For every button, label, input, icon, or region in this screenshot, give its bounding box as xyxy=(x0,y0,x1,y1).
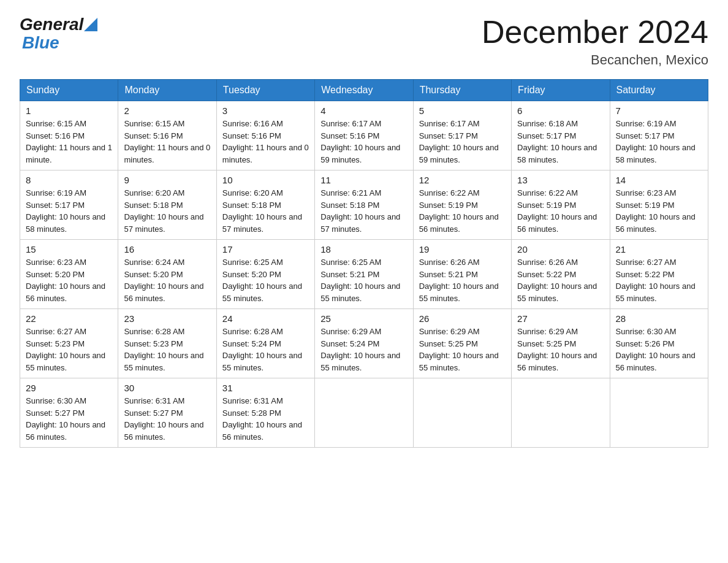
header-thursday: Thursday xyxy=(413,80,511,101)
table-row: 14 Sunrise: 6:23 AM Sunset: 5:19 PM Dayl… xyxy=(610,170,708,240)
table-row: 30 Sunrise: 6:31 AM Sunset: 5:27 PM Dayl… xyxy=(118,378,216,448)
calendar-week-4: 22 Sunrise: 6:27 AM Sunset: 5:23 PM Dayl… xyxy=(20,309,708,378)
day-number: 13 xyxy=(517,175,604,185)
day-info: Sunrise: 6:17 AM Sunset: 5:16 PM Dayligh… xyxy=(320,118,407,166)
table-row: 6 Sunrise: 6:18 AM Sunset: 5:17 PM Dayli… xyxy=(512,101,610,170)
day-info: Sunrise: 6:15 AM Sunset: 5:16 PM Dayligh… xyxy=(124,118,210,166)
day-number: 30 xyxy=(124,383,210,393)
table-row xyxy=(512,378,610,448)
table-row: 7 Sunrise: 6:19 AM Sunset: 5:17 PM Dayli… xyxy=(610,101,708,170)
day-info: Sunrise: 6:19 AM Sunset: 5:17 PM Dayligh… xyxy=(26,187,112,235)
calendar-title: December 2024 xyxy=(482,15,708,50)
day-number: 17 xyxy=(222,244,309,255)
calendar-header-row: Sunday Monday Tuesday Wednesday Thursday… xyxy=(20,80,708,101)
page-header: General Blue December 2024 Becanchen, Me… xyxy=(20,15,708,68)
day-number: 18 xyxy=(320,244,407,255)
day-number: 14 xyxy=(616,175,702,185)
day-number: 20 xyxy=(517,244,604,255)
day-info: Sunrise: 6:20 AM Sunset: 5:18 PM Dayligh… xyxy=(124,187,210,235)
table-row: 1 Sunrise: 6:15 AM Sunset: 5:16 PM Dayli… xyxy=(20,101,118,170)
logo-triangle-icon xyxy=(84,18,97,31)
day-number: 31 xyxy=(222,383,309,393)
day-info: Sunrise: 6:30 AM Sunset: 5:26 PM Dayligh… xyxy=(616,326,702,373)
logo-general-text: General xyxy=(20,15,83,34)
day-number: 19 xyxy=(419,244,506,255)
day-number: 11 xyxy=(320,175,407,185)
table-row: 24 Sunrise: 6:28 AM Sunset: 5:24 PM Dayl… xyxy=(216,309,314,378)
day-number: 12 xyxy=(419,175,506,185)
calendar-week-5: 29 Sunrise: 6:30 AM Sunset: 5:27 PM Dayl… xyxy=(20,378,708,448)
header-saturday: Saturday xyxy=(610,80,708,101)
day-number: 9 xyxy=(124,175,210,185)
day-number: 26 xyxy=(419,313,506,324)
day-number: 4 xyxy=(320,105,407,116)
day-info: Sunrise: 6:29 AM Sunset: 5:25 PM Dayligh… xyxy=(517,326,604,373)
table-row: 2 Sunrise: 6:15 AM Sunset: 5:16 PM Dayli… xyxy=(118,101,216,170)
day-info: Sunrise: 6:31 AM Sunset: 5:27 PM Dayligh… xyxy=(124,395,210,443)
day-number: 23 xyxy=(124,313,210,324)
header-sunday: Sunday xyxy=(20,80,118,101)
day-number: 21 xyxy=(616,244,702,255)
day-info: Sunrise: 6:23 AM Sunset: 5:20 PM Dayligh… xyxy=(26,256,112,304)
day-number: 29 xyxy=(26,383,112,393)
day-info: Sunrise: 6:23 AM Sunset: 5:19 PM Dayligh… xyxy=(616,187,702,235)
day-info: Sunrise: 6:26 AM Sunset: 5:22 PM Dayligh… xyxy=(517,256,604,304)
calendar-week-2: 8 Sunrise: 6:19 AM Sunset: 5:17 PM Dayli… xyxy=(20,170,708,240)
day-info: Sunrise: 6:27 AM Sunset: 5:22 PM Dayligh… xyxy=(616,256,702,304)
table-row: 18 Sunrise: 6:25 AM Sunset: 5:21 PM Dayl… xyxy=(315,240,413,309)
day-info: Sunrise: 6:25 AM Sunset: 5:20 PM Dayligh… xyxy=(222,256,309,304)
header-monday: Monday xyxy=(118,80,216,101)
table-row: 22 Sunrise: 6:27 AM Sunset: 5:23 PM Dayl… xyxy=(20,309,118,378)
table-row: 9 Sunrise: 6:20 AM Sunset: 5:18 PM Dayli… xyxy=(118,170,216,240)
day-number: 27 xyxy=(517,313,604,324)
day-number: 5 xyxy=(419,105,506,116)
table-row: 11 Sunrise: 6:21 AM Sunset: 5:18 PM Dayl… xyxy=(315,170,413,240)
day-info: Sunrise: 6:28 AM Sunset: 5:23 PM Dayligh… xyxy=(124,326,210,373)
table-row: 19 Sunrise: 6:26 AM Sunset: 5:21 PM Dayl… xyxy=(413,240,511,309)
logo-blue-text: Blue xyxy=(22,33,59,52)
day-number: 15 xyxy=(26,244,112,255)
day-number: 8 xyxy=(26,175,112,185)
day-info: Sunrise: 6:16 AM Sunset: 5:16 PM Dayligh… xyxy=(222,118,309,166)
day-info: Sunrise: 6:21 AM Sunset: 5:18 PM Dayligh… xyxy=(320,187,407,235)
day-info: Sunrise: 6:29 AM Sunset: 5:24 PM Dayligh… xyxy=(320,326,407,373)
day-info: Sunrise: 6:31 AM Sunset: 5:28 PM Dayligh… xyxy=(222,395,309,443)
day-number: 10 xyxy=(222,175,309,185)
table-row: 15 Sunrise: 6:23 AM Sunset: 5:20 PM Dayl… xyxy=(20,240,118,309)
day-info: Sunrise: 6:28 AM Sunset: 5:24 PM Dayligh… xyxy=(222,326,309,373)
day-number: 25 xyxy=(320,313,407,324)
table-row: 17 Sunrise: 6:25 AM Sunset: 5:20 PM Dayl… xyxy=(216,240,314,309)
table-row: 13 Sunrise: 6:22 AM Sunset: 5:19 PM Dayl… xyxy=(512,170,610,240)
day-number: 22 xyxy=(26,313,112,324)
day-number: 24 xyxy=(222,313,309,324)
table-row: 5 Sunrise: 6:17 AM Sunset: 5:17 PM Dayli… xyxy=(413,101,511,170)
table-row: 21 Sunrise: 6:27 AM Sunset: 5:22 PM Dayl… xyxy=(610,240,708,309)
table-row: 27 Sunrise: 6:29 AM Sunset: 5:25 PM Dayl… xyxy=(512,309,610,378)
calendar-week-1: 1 Sunrise: 6:15 AM Sunset: 5:16 PM Dayli… xyxy=(20,101,708,170)
table-row: 20 Sunrise: 6:26 AM Sunset: 5:22 PM Dayl… xyxy=(512,240,610,309)
table-row: 23 Sunrise: 6:28 AM Sunset: 5:23 PM Dayl… xyxy=(118,309,216,378)
day-info: Sunrise: 6:29 AM Sunset: 5:25 PM Dayligh… xyxy=(419,326,506,373)
title-block: December 2024 Becanchen, Mexico xyxy=(482,15,708,68)
table-row: 10 Sunrise: 6:20 AM Sunset: 5:18 PM Dayl… xyxy=(216,170,314,240)
table-row: 25 Sunrise: 6:29 AM Sunset: 5:24 PM Dayl… xyxy=(315,309,413,378)
table-row: 31 Sunrise: 6:31 AM Sunset: 5:28 PM Dayl… xyxy=(216,378,314,448)
header-wednesday: Wednesday xyxy=(315,80,413,101)
day-number: 1 xyxy=(26,105,112,116)
day-number: 16 xyxy=(124,244,210,255)
day-number: 3 xyxy=(222,105,309,116)
day-info: Sunrise: 6:20 AM Sunset: 5:18 PM Dayligh… xyxy=(222,187,309,235)
calendar-table: Sunday Monday Tuesday Wednesday Thursday… xyxy=(20,79,708,448)
table-row xyxy=(413,378,511,448)
day-number: 7 xyxy=(616,105,702,116)
calendar-subtitle: Becanchen, Mexico xyxy=(482,52,708,68)
table-row: 4 Sunrise: 6:17 AM Sunset: 5:16 PM Dayli… xyxy=(315,101,413,170)
table-row: 26 Sunrise: 6:29 AM Sunset: 5:25 PM Dayl… xyxy=(413,309,511,378)
day-number: 2 xyxy=(124,105,210,116)
day-info: Sunrise: 6:26 AM Sunset: 5:21 PM Dayligh… xyxy=(419,256,506,304)
day-info: Sunrise: 6:19 AM Sunset: 5:17 PM Dayligh… xyxy=(616,118,702,166)
day-info: Sunrise: 6:25 AM Sunset: 5:21 PM Dayligh… xyxy=(320,256,407,304)
table-row: 29 Sunrise: 6:30 AM Sunset: 5:27 PM Dayl… xyxy=(20,378,118,448)
table-row: 3 Sunrise: 6:16 AM Sunset: 5:16 PM Dayli… xyxy=(216,101,314,170)
header-friday: Friday xyxy=(512,80,610,101)
